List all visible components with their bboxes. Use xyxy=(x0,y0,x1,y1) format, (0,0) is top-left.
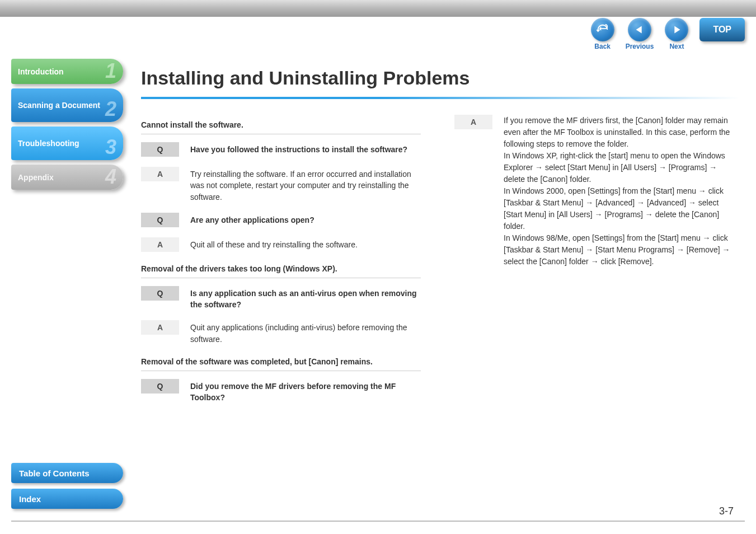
sidebar-item-scanning[interactable]: Scanning a Document 2 xyxy=(11,88,123,122)
q-text: Are any other applications open? xyxy=(190,213,314,226)
q-text: Did you remove the MF drivers before rem… xyxy=(190,379,421,404)
sidebar-item-num: 4 xyxy=(105,165,116,189)
sidebar-item-label: Troubleshooting xyxy=(18,139,79,148)
a-label: A xyxy=(141,237,179,252)
back-button[interactable] xyxy=(591,18,614,41)
sidebar-item-label: Scanning a Document xyxy=(18,101,100,110)
q-text: Is any application such as an anti-virus… xyxy=(190,286,421,311)
page-number: 3-7 xyxy=(719,505,734,517)
toc-button[interactable]: Table of Contents xyxy=(11,463,123,483)
top-gradient-bar xyxy=(0,0,756,17)
previous-arrow-icon xyxy=(633,24,646,36)
q-label: Q xyxy=(141,142,179,157)
back-arrow-icon xyxy=(597,24,609,36)
qa-row: Q Did you remove the MF drivers before r… xyxy=(141,379,421,404)
sidebar-item-introduction[interactable]: Introduction 1 xyxy=(11,59,123,84)
toolbar: Back Previous Next TOP xyxy=(591,18,745,50)
content: Installing and Uninstalling Problems Can… xyxy=(141,67,739,414)
right-answer-text: If you remove the MF drivers first, the … xyxy=(504,115,739,268)
a-text: Quit any applications (including anti-vi… xyxy=(190,320,421,345)
qa-row: A Quit any applications (including anti-… xyxy=(141,320,421,345)
next-label: Next xyxy=(669,43,684,50)
q-text: Have you followed the instructions to in… xyxy=(190,142,407,155)
sidebar-item-num: 3 xyxy=(105,135,116,159)
qa-row: Q Have you followed the instructions to … xyxy=(141,142,421,157)
q-label: Q xyxy=(141,213,179,227)
index-button[interactable]: Index xyxy=(11,489,123,509)
next-arrow-icon xyxy=(670,24,683,36)
previous-item: Previous xyxy=(626,18,654,50)
qa-row: Q Is any application such as an anti-vir… xyxy=(141,286,421,311)
right-column: A If you remove the MF drivers first, th… xyxy=(454,115,739,414)
page-title: Installing and Uninstalling Problems xyxy=(141,67,739,89)
footer-line xyxy=(11,521,745,522)
qa-row: Q Are any other applications open? xyxy=(141,213,421,227)
next-button[interactable] xyxy=(665,18,688,41)
a-label: A xyxy=(454,115,492,129)
q-label: Q xyxy=(141,379,179,394)
back-label: Back xyxy=(594,43,611,50)
section-heading: Removal of the drivers takes too long (W… xyxy=(141,262,421,278)
a-label: A xyxy=(141,167,179,181)
previous-label: Previous xyxy=(626,43,654,50)
sidebar-item-troubleshooting[interactable]: Troubleshooting 3 xyxy=(11,127,123,160)
next-item: Next xyxy=(665,18,688,50)
section-heading: Removal of the software was completed, b… xyxy=(141,355,421,371)
left-column: Cannot install the software. Q Have you … xyxy=(141,115,421,414)
sidebar-item-label: Appendix xyxy=(18,173,54,182)
section-heading: Cannot install the software. xyxy=(141,118,421,134)
back-item: Back xyxy=(591,18,614,50)
sidebar-item-num: 1 xyxy=(105,59,116,83)
previous-button[interactable] xyxy=(628,18,651,41)
columns: Cannot install the software. Q Have you … xyxy=(141,115,739,414)
a-text: Quit all of these and try reinstalling t… xyxy=(190,237,358,250)
qa-row: A Quit all of these and try reinstalling… xyxy=(141,237,421,252)
sidebar-item-label: Introduction xyxy=(18,67,64,76)
sidebar-item-num: 2 xyxy=(105,97,116,121)
title-rule xyxy=(141,97,739,99)
top-button[interactable]: TOP xyxy=(699,18,745,41)
a-text: Try reinstalling the software. If an err… xyxy=(190,167,421,203)
a-label: A xyxy=(141,320,179,335)
q-label: Q xyxy=(141,286,179,301)
sidebar-item-appendix[interactable]: Appendix 4 xyxy=(11,165,123,190)
sidebar: Introduction 1 Scanning a Document 2 Tro… xyxy=(11,59,123,194)
qa-row: A Try reinstalling the software. If an e… xyxy=(141,167,421,203)
bottom-links: Table of Contents Index xyxy=(11,463,123,514)
